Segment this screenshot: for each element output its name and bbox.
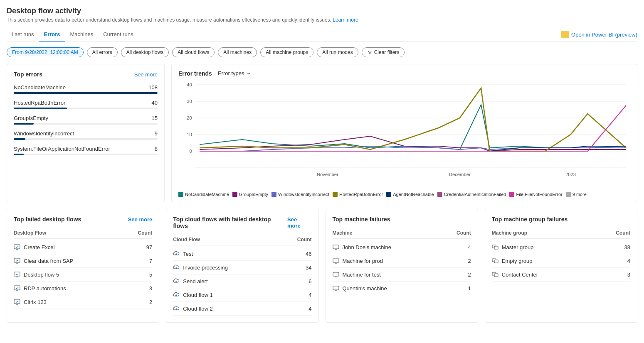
svg-rect-38	[333, 286, 339, 290]
error-bar-bg	[14, 108, 158, 109]
cloud-flow-icon	[173, 264, 180, 271]
run-modes-filter-btn[interactable]: All run modes	[317, 47, 358, 57]
svg-rect-32	[333, 259, 339, 262]
row-count: 1	[454, 285, 471, 292]
clear-filters-btn[interactable]: Clear filters	[362, 47, 405, 57]
machine-failures-header: Top machine failures	[333, 216, 471, 223]
svg-rect-14	[14, 245, 20, 249]
powerbi-icon: ⚡	[561, 31, 569, 38]
row-name: Empty group	[492, 257, 614, 264]
svg-rect-46	[494, 274, 498, 277]
cloud-flow-col-label: Cloud Flow	[173, 237, 200, 243]
row-count: 2	[454, 258, 471, 264]
error-name: NoCandidateMachine	[14, 84, 66, 91]
legend-color	[386, 192, 391, 197]
row-count: 4	[295, 292, 312, 298]
cloud-flows-see-more[interactable]: See more	[287, 216, 311, 229]
legend-label: AgentNotReachable	[393, 192, 434, 197]
list-item: Empty group 4	[492, 254, 630, 268]
row-count: 46	[295, 251, 312, 257]
top-errors-title: Top errors	[14, 71, 42, 78]
tab-current-runs[interactable]: Current runs	[98, 28, 138, 42]
list-item: Create Excel 97	[14, 240, 152, 254]
row-count: 5	[136, 272, 152, 278]
row-count: 4	[454, 244, 471, 250]
legend-label: NoCandidateMachine	[185, 192, 229, 197]
error-count: 40	[152, 100, 158, 106]
legend-item: HostedRpaBotInError	[333, 192, 383, 197]
row-name: Quentin's machine	[333, 285, 454, 292]
tab-errors[interactable]: Errors	[39, 28, 65, 42]
desktop-flow-icon	[14, 271, 20, 278]
learn-more-link[interactable]: Learn more	[333, 17, 358, 23]
svg-rect-26	[14, 299, 20, 304]
machine-groups-filter-btn[interactable]: All machine groups	[260, 47, 313, 57]
tab-last-runs[interactable]: Last runs	[7, 28, 39, 42]
svg-text:20: 20	[187, 115, 192, 120]
list-item: Send alert 6	[173, 274, 311, 288]
desktop-flows-header: Top failed desktop flows See more	[14, 216, 152, 223]
desktop-flows-title: Top failed desktop flows	[14, 216, 81, 223]
errors-list: NoCandidateMachine 108 HostedRpaBotInErr…	[14, 84, 158, 155]
list-item: Contact Center 3	[492, 268, 630, 282]
svg-rect-29	[333, 245, 339, 249]
legend-label: GroupIsEmpty	[239, 192, 268, 197]
svg-rect-35	[333, 272, 339, 276]
error-bar	[14, 154, 24, 155]
error-bar-bg	[14, 138, 158, 140]
error-bar-bg	[14, 92, 158, 94]
error-count: 8	[155, 146, 158, 152]
bottom-grid: Top failed desktop flows See more Deskto…	[7, 209, 637, 323]
list-item: Clear data from SAP 7	[14, 254, 152, 268]
desktop-flow-icon	[14, 257, 20, 264]
svg-text:December: December	[449, 172, 471, 177]
list-item: Cloud flow 1 4	[173, 288, 311, 302]
desktop-flows-see-more[interactable]: See more	[128, 216, 153, 223]
machine-group-col-label: Machine group	[492, 230, 527, 236]
machine-group-failures-table-header: Machine group Count	[492, 228, 630, 239]
cloud-flow-icon	[173, 305, 180, 312]
list-item: Master group 38	[492, 240, 630, 254]
row-name: Machine for prod	[333, 257, 454, 264]
cloud-flows-filter-btn[interactable]: All cloud flows	[172, 47, 215, 57]
legend-label: HostedRpaBotInError	[339, 192, 383, 197]
error-item: NoCandidateMachine 108	[14, 84, 158, 94]
page-title: Desktop flow activity	[7, 7, 637, 15]
machine-failures-title: Top machine failures	[333, 216, 390, 223]
date-filter-btn[interactable]: From 9/28/2022, 12:00:00 AM	[7, 47, 84, 57]
chevron-down-icon	[246, 71, 251, 76]
list-item: Test 46	[173, 247, 311, 261]
top-machine-group-failures-card: Top machine group failures Machine group…	[485, 209, 637, 323]
legend-color	[566, 192, 571, 197]
row-count: 6	[295, 278, 312, 284]
machine-group-icon	[492, 271, 498, 278]
row-count: 34	[295, 265, 312, 271]
cloud-flows-list: Test 46 Invoice processing 34 Send alert…	[173, 247, 311, 316]
top-failed-desktop-flows-card: Top failed desktop flows See more Deskto…	[7, 209, 159, 323]
error-bar	[14, 138, 25, 140]
list-item: John Doe's machine 4	[333, 240, 471, 254]
error-item: GroupIsEmpty 15	[14, 115, 158, 125]
desktop-flows-filter-btn[interactable]: All desktop flows	[121, 47, 169, 57]
legend-color	[178, 192, 183, 197]
machines-filter-btn[interactable]: All machines	[218, 47, 257, 57]
list-item: Quentin's machine 1	[333, 282, 471, 295]
cloud-flow-icon	[173, 292, 180, 298]
cloud-flows-header: Top cloud flows with failed desktop flow…	[173, 216, 311, 229]
desktop-flows-table-header: Desktop Flow Count	[14, 228, 152, 239]
row-name: RDP automations	[14, 285, 136, 292]
open-powerbi-button[interactable]: ⚡ Open in Power BI (preview)	[561, 31, 637, 38]
legend-label: CredentialAuthenticationFailed	[444, 192, 506, 197]
tab-machines[interactable]: Machines	[65, 28, 99, 42]
machine-group-failures-list: Master group 38 Empty group 4 Contact Ce…	[492, 240, 630, 282]
list-item: Machine for test 2	[333, 268, 471, 282]
top-errors-card: Top errors See more NoCandidateMachine 1…	[7, 64, 165, 202]
errors-filter-btn[interactable]: All errors	[87, 47, 118, 57]
desktop-flows-list: Create Excel 97 Clear data from SAP 7 De…	[14, 240, 152, 309]
desktop-flow-col-label: Desktop Flow	[14, 230, 46, 236]
chart-title: Error trends	[178, 70, 212, 77]
error-item: System.FileOrApplicationNotFoundError 8	[14, 146, 158, 155]
row-count: 2	[136, 299, 152, 305]
error-types-dropdown[interactable]: Error types	[215, 69, 254, 77]
top-errors-see-more[interactable]: See more	[134, 71, 158, 78]
